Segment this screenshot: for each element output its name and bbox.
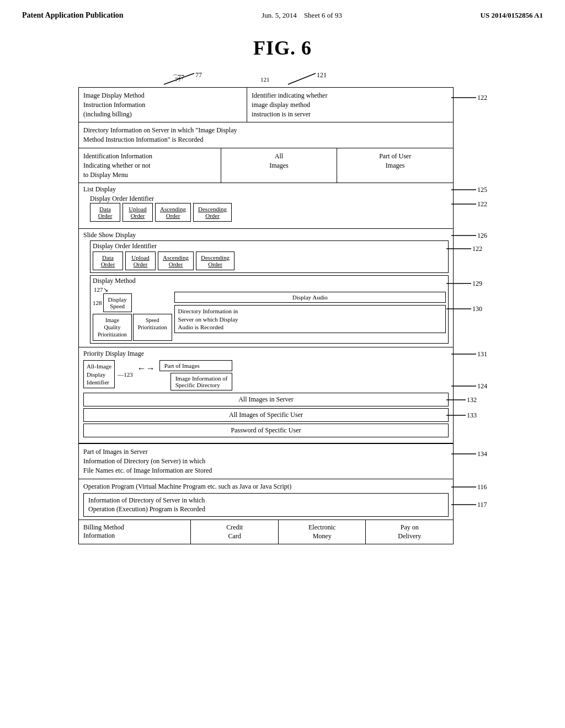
svg-text:125: 125	[477, 186, 487, 194]
dir-row: Directory Information on Server in which…	[79, 122, 453, 148]
op-program-label: Operation Program (Virtual Machine Progr…	[79, 479, 453, 491]
page-header: Patent Application Publication Jun. 5, 2…	[22, 11, 543, 20]
svg-text:116: 116	[477, 483, 487, 491]
op-program-inner: Information of Directory of Server in wh…	[79, 491, 453, 520]
ref-122-line-top: 122	[451, 92, 493, 103]
part-user-images-cell: Part of User Images	[337, 148, 453, 183]
password-box: Password of Specific User	[83, 424, 449, 437]
pay-on-delivery-cell: Pay on Delivery	[366, 520, 453, 544]
arrow-col: ←→	[133, 363, 159, 373]
ref-123-label: —123	[118, 371, 133, 378]
display-speed-box: Display Speed	[103, 293, 132, 312]
svg-text:133: 133	[467, 411, 477, 419]
svg-text:122: 122	[477, 94, 487, 101]
ref-127-label: 127↘	[93, 286, 108, 293]
part-server-row: Part of Images in Server Information of …	[79, 443, 453, 479]
fig-title: FIG. 6	[22, 36, 543, 60]
part-of-images-box: Part of Images	[159, 360, 233, 371]
slide-descending-order: Descending Order	[196, 251, 234, 270]
ident-row: Identification Information Indicating wh…	[79, 148, 453, 183]
slide-display-order-label: Display Order Identifier	[90, 241, 448, 250]
display-method-content: 127↘ 128 Display Speed Image Quality	[90, 285, 448, 343]
all-image-box: All-Image Display Identifier	[83, 360, 115, 388]
all-images-server-box: All Images in Server 132	[83, 393, 449, 406]
ref-124-line: 124	[451, 381, 493, 392]
ref-133-line: 133	[446, 410, 482, 421]
ref-129-line: 129	[446, 278, 488, 289]
billing-cells: Credit Card Electronic Money Pay on Deli…	[191, 520, 453, 544]
billing-row: Billing Method Information Credit Card E…	[79, 520, 453, 544]
slide-order-cells: Data Order Upload Order Ascending Order …	[90, 250, 448, 272]
pub-date: Jun. 5, 2014	[262, 11, 297, 19]
ref-122-list-line: 122	[451, 199, 493, 210]
sheet-info: Sheet 6 of 93	[304, 11, 342, 19]
all-images-cell: All Images	[221, 148, 338, 183]
image-quality-prio-box: Image Quality Prioritization	[93, 314, 132, 341]
svg-text:132: 132	[467, 396, 477, 404]
image-display-method-cell: Image Display Method Instruction Informa…	[79, 88, 247, 122]
slide-upload-order: Upload Order	[125, 251, 156, 270]
svg-text:117: 117	[477, 501, 487, 508]
ref128-display-speed: 128 Display Speed	[93, 293, 132, 312]
list-order-cells: Data Order Upload Order Ascending Order …	[79, 203, 453, 225]
display-method-left-col: 127↘ 128 Display Speed Image Quality	[93, 286, 172, 341]
all-image-col: All-Image Display Identifier —123	[83, 360, 133, 388]
svg-text:121: 121	[317, 71, 327, 79]
display-order-id-label: Display Order Identifier	[79, 194, 453, 203]
data-order-cell: Data Order	[90, 203, 120, 222]
svg-text:124: 124	[477, 382, 487, 390]
main-diagram-box: Image Display Method Instruction Informa…	[78, 87, 454, 544]
upload-order-cell: Upload Order	[122, 203, 153, 222]
svg-text:131: 131	[477, 350, 487, 358]
svg-text:129: 129	[472, 280, 482, 287]
ident-cells: All Images Part of User Images	[221, 148, 453, 183]
list-display-label: List Display	[79, 183, 453, 194]
billing-label: Billing Method Information	[79, 520, 191, 544]
specific-user-box: All Images of Specific User 133	[83, 408, 449, 422]
op-info-box: Information of Directory of Server in wh…	[83, 493, 449, 517]
ref-131-line: 131	[451, 349, 493, 360]
ref-117-line: 117	[451, 499, 493, 510]
slide-show-section: Slide Show Display Display Order Identif…	[79, 229, 453, 347]
all-image-ref-row: All-Image Display Identifier —123	[83, 360, 133, 388]
date-sheet: Jun. 5, 2014 Sheet 6 of 93	[262, 11, 342, 20]
ref-132-line: 132	[446, 394, 482, 405]
svg-text:134: 134	[477, 450, 487, 458]
slide-data-order: Data Order	[93, 251, 123, 270]
ref-122-slide-line: 122	[446, 243, 488, 254]
display-method-right-col: Display Audio Directory Information in S…	[174, 286, 446, 333]
speed-prio-box: Speed Prioritization	[133, 314, 172, 341]
top-row: Image Display Method Instruction Informa…	[79, 88, 453, 122]
svg-text:122: 122	[472, 245, 482, 253]
patent-number: US 2014/0152856 A1	[481, 11, 543, 20]
credit-card-cell: Credit Card	[191, 520, 279, 544]
svg-text:77: 77	[195, 71, 202, 79]
priority-display-section: Priority Display Image All-Image Display…	[79, 347, 453, 443]
ascending-order-cell: Ascending Order	[155, 203, 191, 222]
ref-arrows-top: 77 121	[78, 71, 465, 87]
ref-134-line: 134	[451, 448, 493, 459]
svg-line-2	[288, 73, 316, 84]
ref-128-label: 128	[93, 299, 102, 306]
ref-116-line: 116	[451, 481, 493, 493]
dir-audio-box: Directory Information in Server on which…	[174, 305, 446, 333]
identifier-cell: Identifier indicating whether image disp…	[247, 88, 453, 122]
electronic-money-cell: Electronic Money	[279, 520, 366, 544]
image-info-specific-box: Image Information of Specific Directory	[170, 373, 233, 390]
display-audio-box: Display Audio	[174, 292, 446, 303]
svg-text:126: 126	[477, 232, 487, 239]
svg-line-0	[164, 73, 194, 84]
display-method-label: Display Method	[90, 276, 448, 285]
part-images-col: Part of Images Image Information of Spec…	[159, 360, 233, 390]
list-display-section: List Display Display Order Identifier Da…	[79, 183, 453, 229]
pub-label: Patent Application Publication	[22, 11, 124, 20]
ref-130-line: 130	[446, 303, 488, 314]
page: Patent Application Publication Jun. 5, 2…	[0, 0, 565, 728]
slide-ascending-order: Ascending Order	[158, 251, 194, 270]
ref-125-line: 125	[451, 184, 493, 195]
bidirectional-arrow: ←→	[137, 363, 155, 373]
svg-text:130: 130	[472, 305, 482, 313]
descending-order-cell: Descending Order	[193, 203, 232, 222]
priority-top-row: All-Image Display Identifier —123 ←→ Par…	[79, 358, 453, 392]
op-program-section: Operation Program (Virtual Machine Progr…	[79, 479, 453, 520]
